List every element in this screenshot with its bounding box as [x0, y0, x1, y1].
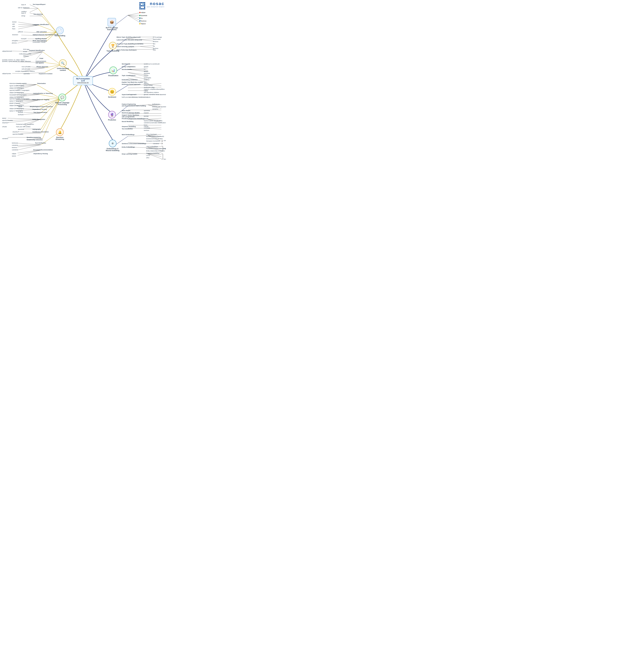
svg-rect-175: [142, 4, 144, 5]
tidytext-sent: tidytext: [144, 83, 149, 85]
group-comp-label: Group comparisons: [122, 66, 135, 67]
text2vec-pkg-label: text2vec: [141, 20, 147, 22]
pos-tags-label: POS tags: [23, 48, 30, 50]
quanteda-pkg-label: quanteda: [141, 15, 147, 16]
seq-modelling-deep: Sequence Modelling: [146, 152, 159, 154]
naive-bayes-label: Naïve Bayes: [122, 110, 130, 111]
svg-line-142: [128, 136, 148, 136]
dbi-label: DBI for databases: [18, 7, 30, 8]
person-doc-label: Person/Doc/Article embeddings: [146, 148, 166, 149]
tm-vis: tm: [144, 68, 145, 70]
pkg-tidytext: tidytext: [139, 23, 146, 24]
svg-line-87: [128, 15, 141, 23]
svg-rect-176: [144, 4, 145, 5]
collocations-label: Collocations & PMI: [19, 53, 31, 55]
pkg-udpipe: udpipe: [139, 12, 145, 13]
nlp-label: Natural LanguageProcessing: [55, 102, 69, 105]
center-line2: www.bnosac.be: [75, 82, 91, 84]
sentimentr-label: sentimentr, qdap: [144, 87, 155, 88]
ruimtehol-feat: ruimtehol: [152, 108, 158, 110]
wordvectors-label: wordVectors (not on cran): [146, 138, 163, 140]
svg-line-133: [148, 118, 161, 119]
snowball: SnowballC (15 languages): [9, 94, 26, 96]
qgraph-vis: qgraph: [144, 70, 149, 72]
spacyr-qa: spacyr: [12, 155, 16, 157]
svg-rect-171: [141, 2, 142, 3]
text2vec-lda: text2vec: [153, 41, 158, 42]
entity-rec-label: Entity Recognition: [33, 118, 45, 120]
text-sim-qa: Text Similarities: [35, 142, 46, 144]
logo-tagline: open analytical helpers: [147, 6, 164, 7]
svg-rect-173: [144, 2, 145, 3]
udpipe-pkg-label: udpipe: [141, 12, 145, 13]
lda-label: Latent Dirichlet Allocation (long text): [117, 39, 142, 41]
openNLP-7-1: openNLPmodels (7 languages): [9, 90, 30, 91]
keyword-ctx-label: Keyword in Context: [39, 73, 52, 74]
label-emb-label: Label embeddings: [146, 146, 158, 147]
textfeatures-label: textfeatures: [152, 103, 160, 105]
keyword-id-label: Keyword Identification: [29, 50, 45, 51]
LDAvis-label: LDAvis: [144, 74, 149, 76]
glmnet-pred: glmnet: [144, 118, 148, 119]
text2vec-sim: text2vec: [144, 129, 149, 131]
train-own: Train your own entities: [16, 126, 31, 127]
pdf-label: PDF extraction: [37, 31, 47, 33]
openNLP-coref: openNLPmodels: [12, 133, 23, 135]
quanteda-etc-label: quanteda, text2vec, tm, udpipe, tidytext…: [2, 59, 26, 61]
qa-label: QuestionAnswering: [56, 137, 64, 140]
basic-text-label: Basic Text matching: [33, 40, 47, 42]
svg-rect-178: [141, 5, 142, 6]
ngram-en: ngram (mainly english): [9, 85, 24, 87]
btm-label: BTM package: [153, 36, 162, 38]
textrank2-label: Textrank: [23, 55, 28, 57]
qa-box: 🔔 QuestionAnswering: [56, 128, 64, 140]
quanteda-ngram: quanteda, ngram, text2vec, tm, udpipe, t…: [2, 61, 31, 62]
svg-rect-182: [144, 7, 145, 8]
irlba-label: irlba: [153, 49, 156, 51]
text-import-label: Text Import/Export: [33, 3, 46, 5]
tidytext-pkg-label: tidytext: [141, 23, 146, 24]
base-r-2: base R: [21, 12, 26, 14]
tesseract-label: tesseract: [12, 34, 18, 36]
lang-id-label: Language Identification: [33, 23, 49, 25]
supervised-label: Supervised approach: [122, 94, 136, 95]
phrase-det-label: Phrase detection: [37, 66, 48, 67]
textrank-summ: textrank: [18, 111, 23, 113]
quanteda-ctx: quanteda: [23, 73, 30, 74]
lsa-label: Latent Semantic Analysis: [117, 46, 134, 47]
cooccurrences-label: Cooccurrencesand ngrams: [36, 60, 46, 64]
ruimtehol-emb3: ruimtehol: [164, 148, 166, 149]
pkg-text2vec: text2vec: [139, 20, 147, 22]
svg-line-11: [18, 25, 38, 29]
udpipe-60-1: udpipe (60 languages): [9, 87, 24, 89]
pkg-quanteda: quanteda: [139, 15, 147, 16]
svg-rect-180: [144, 5, 145, 6]
wordclouds-label: Wordclouds: [122, 63, 130, 65]
svg-line-10: [18, 25, 38, 26]
understanding-label: Understandingcontent: [57, 67, 69, 71]
cleanNLP-ent: cleanNLP: [2, 122, 8, 123]
feat-eng-label: Feature Engineeringand document/term mat…: [122, 103, 146, 107]
hunspell-label: hunspell: [21, 38, 26, 40]
vis-box: 📊 Visualisation: [108, 66, 118, 76]
word-emb-label: Word Embeddings: [122, 134, 134, 136]
stringdist-label: stringdist: [12, 40, 18, 42]
svg-rect-185: [142, 8, 144, 9]
center-line1: NLP ecosystem in R: [75, 78, 91, 82]
text2vec-qa: text2vec: [12, 147, 17, 148]
ruimtehol-emb2: ruimtehol: [153, 143, 159, 144]
rake-label: RAKE: [23, 51, 27, 52]
nlp-pkg-label: NLP R packageframeworks: [106, 27, 118, 31]
stylo-label: Stylography: [33, 128, 41, 130]
vis-label: Visualisation: [108, 74, 118, 76]
openNLP-7-2: openNLPmodels (7 languages): [9, 98, 30, 100]
stm-pkg: stm: [153, 43, 155, 45]
seq-model-label: Sequence Modelling: [122, 126, 136, 127]
max-entropy-label: Maximum Entropy Models: [122, 112, 140, 114]
ruimtehol-qa3: ruimtehol: [12, 149, 18, 151]
keras-deep: keras R package: [164, 158, 166, 160]
textcat-label: textcat: [12, 21, 16, 23]
ruimtehol-neural: ruimtehol (multi-label classification): [144, 122, 166, 123]
fastrtext-label: fastrtext (basic classification): [144, 120, 162, 121]
svg-line-77: [17, 145, 41, 146]
